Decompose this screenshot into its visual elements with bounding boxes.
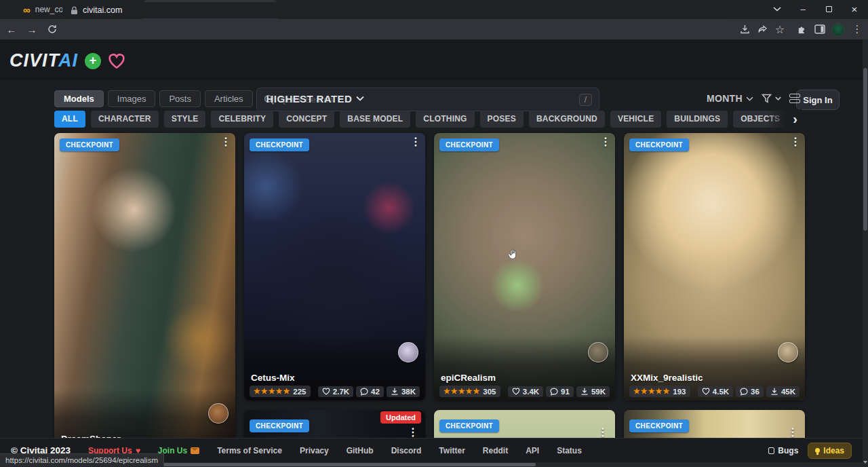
comments-pill: 36 bbox=[736, 386, 764, 397]
scrollbar-thumb[interactable] bbox=[863, 68, 867, 231]
likes-pill: 4.5K bbox=[698, 386, 733, 397]
model-stats: ★★★★★193 4.5K 36 45K bbox=[629, 386, 800, 397]
card-menu-icon[interactable]: ⋮ bbox=[600, 136, 611, 148]
checkpoint-badge: CHECKPOINT bbox=[439, 138, 499, 151]
share-icon[interactable] bbox=[754, 21, 770, 37]
tab-search-chevron-icon[interactable] bbox=[766, 0, 788, 18]
browser-menu-icon[interactable]: ⋮ bbox=[849, 21, 865, 37]
lock-icon bbox=[71, 6, 78, 15]
window-minimize-button[interactable]: – bbox=[792, 0, 814, 18]
creator-avatar[interactable] bbox=[208, 403, 229, 424]
civitai-logo[interactable]: CIVITAI + bbox=[9, 50, 125, 71]
window-close-button[interactable]: × bbox=[844, 0, 865, 18]
checkpoint-badge: CHECKPOINT bbox=[60, 138, 119, 151]
chip-clothing[interactable]: CLOTHING bbox=[416, 111, 474, 128]
chip-celebrity[interactable]: CELEBRITY bbox=[211, 111, 273, 128]
chip-concept[interactable]: CONCEPT bbox=[279, 111, 334, 128]
scroll-down-arrow-icon[interactable] bbox=[863, 459, 868, 466]
address-bar[interactable]: civitai.com bbox=[62, 2, 731, 18]
checkpoint-badge: CHECKPOINT bbox=[629, 138, 689, 151]
tab-posts[interactable]: Posts bbox=[159, 90, 201, 107]
model-title: Cetus-Mix bbox=[251, 373, 295, 383]
footer-link-api[interactable]: API bbox=[526, 446, 539, 455]
creator-avatar[interactable] bbox=[398, 342, 418, 362]
heart-icon bbox=[512, 388, 520, 395]
footer-link-reddit[interactable]: Reddit bbox=[483, 446, 508, 455]
heart-icon bbox=[322, 388, 330, 395]
star-icons: ★★★★★ bbox=[443, 387, 480, 396]
chevron-down-icon bbox=[775, 96, 781, 100]
footer-link-status[interactable]: Status bbox=[557, 446, 582, 455]
card-menu-icon[interactable]: ⋮ bbox=[410, 136, 421, 148]
model-card-epicrealism[interactable]: CHECKPOINT ⋮ epiCRealism ★★★★★305 3.4K 9… bbox=[434, 133, 615, 400]
site-header: CIVITAI + / Sign In bbox=[0, 39, 868, 80]
chip-all[interactable]: ALL bbox=[54, 111, 85, 128]
tab-images[interactable]: Images bbox=[108, 90, 156, 107]
chip-vehicle[interactable]: VEHICLE bbox=[610, 111, 661, 128]
model-card-cetus-mix[interactable]: CHECKPOINT ⋮ Cetus-Mix ★★★★★225 2.7K 42 … bbox=[244, 133, 425, 400]
footer-link-twitter[interactable]: Twitter bbox=[439, 446, 465, 455]
star-icons: ★★★★★ bbox=[254, 387, 290, 396]
updated-badge: Updated bbox=[380, 411, 421, 424]
checkpoint-badge: CHECKPOINT bbox=[250, 419, 309, 432]
footer-link-github[interactable]: GitHub bbox=[347, 446, 374, 455]
creator-avatar[interactable] bbox=[778, 342, 798, 362]
reload-button[interactable] bbox=[43, 20, 61, 38]
comments-pill: 91 bbox=[546, 386, 574, 397]
model-card-xxmix[interactable]: CHECKPOINT ⋮ XXMix_9realistic ★★★★★193 4… bbox=[624, 133, 805, 400]
rating-pill: ★★★★★305 bbox=[439, 386, 500, 397]
card-menu-icon[interactable]: ⋮ bbox=[220, 136, 231, 148]
model-stats: ★★★★★225 2.7K 42 38K bbox=[250, 386, 420, 397]
create-plus-icon[interactable]: + bbox=[85, 53, 101, 69]
sort-dropdown[interactable]: HIGHEST RATED bbox=[267, 93, 365, 105]
bookmark-star-icon[interactable]: ☆ bbox=[772, 21, 788, 37]
side-panel-icon[interactable] bbox=[812, 21, 828, 37]
back-button[interactable]: ← bbox=[3, 20, 20, 38]
chips-scroll-next-button[interactable]: › bbox=[766, 109, 802, 128]
logo-text-civit: CIVIT bbox=[9, 50, 58, 71]
star-icons: ★★★★★ bbox=[633, 387, 670, 396]
model-title: XXMix_9realistic bbox=[631, 373, 703, 383]
period-dropdown[interactable]: MONTH bbox=[707, 93, 753, 104]
comment-icon bbox=[360, 388, 368, 396]
card-menu-icon[interactable]: ⋮ bbox=[790, 136, 801, 148]
category-chip-row: ALL CHARACTER STYLE CELEBRITY CONCEPT BA… bbox=[54, 111, 789, 128]
download-page-icon[interactable] bbox=[736, 21, 753, 37]
model-grid: CHECKPOINT ⋮ DreamShaper CHECKPOINT ⋮ Ce… bbox=[54, 133, 806, 467]
download-icon bbox=[580, 388, 589, 396]
bugs-button[interactable]: Bugs bbox=[768, 446, 798, 455]
footer-link-privacy[interactable]: Privacy bbox=[300, 446, 329, 455]
chip-poses[interactable]: POSES bbox=[480, 111, 524, 128]
window-maximize-button[interactable] bbox=[818, 0, 840, 18]
tab-articles[interactable]: Articles bbox=[205, 90, 253, 107]
likes-pill: 3.4K bbox=[508, 386, 543, 397]
extensions-puzzle-icon[interactable] bbox=[793, 21, 810, 37]
chip-buildings[interactable]: BUILDINGS bbox=[667, 111, 728, 128]
favorites-heart-icon[interactable] bbox=[108, 53, 125, 69]
scrollbar-thumb[interactable] bbox=[132, 463, 536, 466]
layout-toggle-icon[interactable] bbox=[789, 94, 800, 103]
chip-background[interactable]: BACKGROUND bbox=[529, 111, 605, 128]
chip-style[interactable]: STYLE bbox=[164, 111, 206, 128]
model-card-dreamshaper[interactable]: CHECKPOINT ⋮ DreamShaper bbox=[54, 133, 235, 453]
vertical-scrollbar[interactable] bbox=[863, 39, 868, 467]
profile-avatar[interactable] bbox=[830, 22, 846, 38]
filter-funnel-dropdown[interactable] bbox=[762, 94, 781, 104]
ideas-button[interactable]: Ideas bbox=[808, 443, 852, 459]
chip-base-model[interactable]: BASE MODEL bbox=[340, 111, 410, 128]
card-menu-icon[interactable]: ⋮ bbox=[787, 426, 798, 438]
chip-character[interactable]: CHARACTER bbox=[91, 111, 159, 128]
checkpoint-badge: CHECKPOINT bbox=[629, 419, 689, 432]
card-menu-icon[interactable]: ⋮ bbox=[408, 426, 418, 438]
chevron-down-icon bbox=[356, 96, 364, 101]
downloads-pill: 38K bbox=[387, 386, 420, 397]
comment-icon bbox=[550, 388, 558, 396]
tab-models[interactable]: Models bbox=[54, 90, 104, 107]
forward-button[interactable]: → bbox=[23, 20, 41, 38]
footer-link-terms[interactable]: Terms of Service bbox=[217, 446, 282, 455]
sign-in-button[interactable]: Sign In bbox=[796, 90, 840, 110]
likes-pill: 2.7K bbox=[318, 386, 353, 397]
card-menu-icon[interactable]: ⋮ bbox=[597, 426, 608, 438]
creator-avatar[interactable] bbox=[588, 342, 608, 362]
footer-link-discord[interactable]: Discord bbox=[391, 446, 422, 455]
